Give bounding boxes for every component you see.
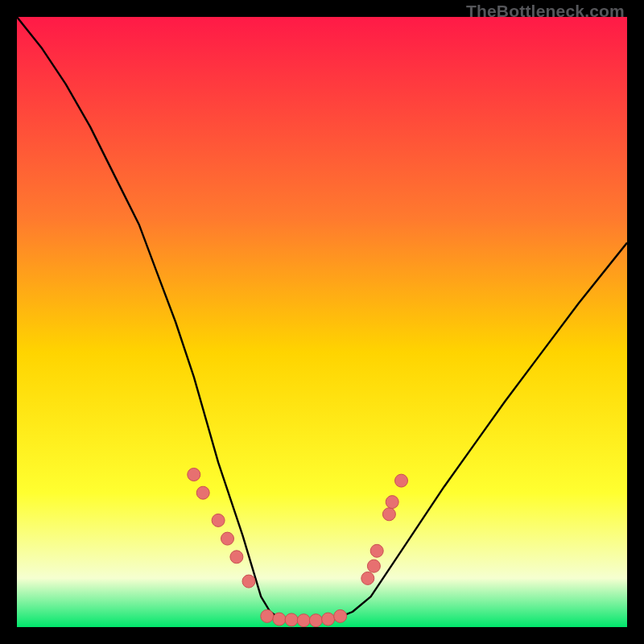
data-marker bbox=[242, 575, 255, 588]
watermark-text: TheBottleneck.com bbox=[466, 2, 625, 21]
bottleneck-chart bbox=[17, 17, 627, 627]
data-marker bbox=[261, 609, 274, 622]
data-marker bbox=[322, 613, 335, 625]
data-marker bbox=[367, 559, 380, 572]
data-marker bbox=[285, 613, 298, 626]
data-marker bbox=[221, 532, 234, 545]
data-marker bbox=[334, 609, 347, 622]
data-marker bbox=[361, 572, 374, 584]
chart-frame bbox=[17, 17, 627, 627]
data-marker bbox=[386, 496, 398, 509]
data-marker bbox=[297, 614, 310, 627]
data-marker bbox=[273, 613, 286, 625]
data-marker bbox=[309, 614, 322, 627]
data-marker bbox=[230, 551, 243, 564]
data-marker bbox=[382, 508, 395, 521]
data-marker bbox=[395, 474, 408, 487]
data-marker bbox=[188, 469, 200, 481]
chart-background bbox=[17, 17, 627, 627]
data-marker bbox=[212, 514, 225, 526]
data-marker bbox=[196, 486, 209, 499]
data-marker bbox=[370, 544, 383, 557]
